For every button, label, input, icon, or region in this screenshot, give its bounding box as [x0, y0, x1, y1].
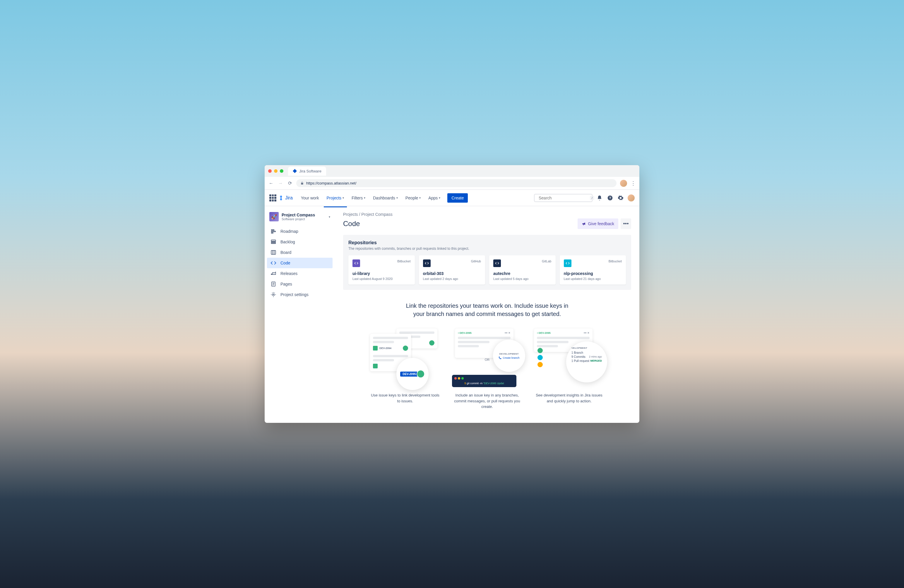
repo-provider-icon: [493, 259, 501, 267]
jira-favicon-icon: [293, 169, 297, 173]
close-window-icon[interactable]: [268, 169, 272, 173]
terminal-illustration: $ git commit -m "DEV-2095 Updat: [452, 375, 517, 387]
settings-icon[interactable]: [617, 194, 624, 201]
create-branch-detail: DEVELOPMENT Create branch: [493, 340, 525, 372]
repo-name: ui-library: [352, 271, 411, 276]
repo-provider: Bitbucket: [608, 259, 622, 263]
search-input[interactable]: [539, 196, 590, 200]
chevron-down-icon: ▾: [419, 196, 421, 199]
nav-dashboards[interactable]: Dashboards▾: [370, 193, 401, 202]
nav-projects[interactable]: Projects▾: [324, 193, 347, 202]
breadcrumb: Projects / Project Compass: [343, 212, 631, 217]
more-actions-button[interactable]: •••: [621, 218, 631, 229]
forward-button: →: [278, 181, 283, 186]
nav-apps[interactable]: Apps▾: [425, 193, 443, 202]
illustration-2-text: Include an issue key in any branches, co…: [452, 392, 522, 410]
svg-point-12: [499, 357, 500, 357]
project-selector[interactable]: 🚀 Project Compass Software project ▾: [267, 212, 333, 226]
search-box[interactable]: /: [534, 194, 593, 202]
app-switcher-icon[interactable]: [269, 194, 277, 201]
svg-rect-9: [271, 250, 276, 254]
svg-text:?: ?: [609, 196, 611, 200]
browser-profile-avatar[interactable]: [620, 180, 627, 187]
hero-message: Link the repositories your teams work on…: [402, 302, 572, 318]
nav-your-work[interactable]: Your work: [298, 193, 322, 202]
nav-people[interactable]: People▾: [403, 193, 424, 202]
product-name: Jira: [285, 195, 293, 201]
reload-button[interactable]: ⟳: [287, 180, 293, 186]
minimize-window-icon[interactable]: [274, 169, 278, 173]
maximize-window-icon[interactable]: [280, 169, 283, 173]
svg-rect-6: [271, 240, 276, 241]
repos-subtitle: The repositories with commits, branches …: [348, 247, 626, 251]
svg-rect-5: [271, 232, 273, 233]
svg-point-11: [273, 294, 274, 296]
search-shortcut: /: [590, 196, 594, 200]
jira-logo[interactable]: Jira: [278, 195, 293, 201]
onboarding-illustrations: DEV-2094 DEV-2095 Use issue keys to link…: [343, 329, 631, 410]
chevron-down-icon: ▾: [397, 196, 398, 199]
window-controls[interactable]: [268, 169, 283, 173]
url-text: https://compass.atlassian.net/: [306, 181, 356, 185]
illustration-2: ▪ DEV-2095••• ✕ DEVELOPMENT Create branc…: [452, 329, 522, 410]
repo-card[interactable]: GitLabautechreLast updated 5 days ago: [489, 255, 556, 285]
back-button[interactable]: ←: [268, 181, 274, 186]
repo-updated: Last updated 5 days ago: [493, 277, 552, 281]
repo-updated: Last updated 21 days ago: [564, 277, 622, 281]
sidebar-item-releases[interactable]: Releases: [267, 268, 333, 279]
repo-card[interactable]: Bitbucketnlp-processingLast updated 21 d…: [560, 255, 626, 285]
lock-icon: [300, 182, 304, 185]
sidebar-item-backlog[interactable]: Backlog: [267, 237, 333, 247]
svg-rect-7: [271, 242, 276, 242]
pages-icon: [270, 281, 277, 287]
backlog-icon: [270, 239, 277, 245]
repo-name: orbital-303: [423, 271, 481, 276]
repositories-panel: Repositories The repositories with commi…: [343, 235, 631, 290]
dev-insights-detail: VELOPMENT 1 Branch 9 Commits2 mins ago 1…: [566, 341, 607, 383]
address-bar[interactable]: https://compass.atlassian.net/: [296, 179, 616, 187]
gear-icon: [270, 292, 277, 297]
repo-updated: Last updated 2 days ago: [423, 277, 481, 281]
repo-card[interactable]: Bitbucketui-libraryLast updated August 9…: [348, 255, 415, 285]
main-content: Projects / Project Compass Code Give fee…: [335, 206, 639, 423]
illustration-1: DEV-2094 DEV-2095 Use issue keys to link…: [370, 329, 440, 410]
chevron-down-icon: ▾: [343, 196, 344, 199]
user-avatar[interactable]: [627, 194, 635, 201]
nav-filters[interactable]: Filters▾: [349, 193, 368, 202]
sidebar-item-code[interactable]: Code: [267, 258, 333, 268]
repo-card[interactable]: GitHuborbital-303Last updated 2 days ago: [419, 255, 485, 285]
project-name: Project Compass: [281, 213, 315, 217]
browser-tab[interactable]: Jira Software: [288, 167, 326, 176]
browser-window: Jira Software ← → ⟳ https://compass.atla…: [265, 165, 639, 423]
sidebar-item-board[interactable]: Board: [267, 247, 333, 258]
give-feedback-button[interactable]: Give feedback: [578, 218, 619, 229]
project-icon: 🚀: [269, 212, 279, 221]
browser-toolbar: ← → ⟳ https://compass.atlassian.net/ ⋮: [265, 177, 639, 190]
chevron-down-icon: ▾: [329, 215, 330, 218]
sidebar-item-pages[interactable]: Pages: [267, 279, 333, 289]
repo-provider-icon: [352, 259, 360, 267]
repo-updated: Last updated August 9 2020: [352, 277, 411, 281]
repo-provider: GitLab: [542, 259, 551, 263]
sidebar-item-roadmap[interactable]: Roadmap: [267, 226, 333, 237]
jira-logo-icon: [278, 195, 284, 201]
sidebar-item-settings[interactable]: Project settings: [267, 289, 333, 300]
repos-heading: Repositories: [348, 240, 626, 245]
breadcrumb-root[interactable]: Projects: [343, 212, 358, 217]
page-title: Code: [343, 220, 360, 228]
notifications-icon[interactable]: [596, 194, 603, 201]
create-button[interactable]: Create: [447, 193, 468, 202]
illustration-3-text: See development insights in Jira issues …: [534, 392, 604, 404]
project-type: Software project: [281, 217, 315, 221]
browser-menu-icon[interactable]: ⋮: [631, 180, 636, 187]
chevron-down-icon: ▾: [439, 196, 440, 199]
help-icon[interactable]: ?: [607, 194, 613, 201]
chevron-down-icon: ▾: [364, 196, 365, 199]
illustration-3: ▪ DEV-2095••• ✕ VELOPMENT 1 Branch 9 Com…: [534, 329, 604, 410]
svg-rect-4: [271, 231, 276, 232]
breadcrumb-current: Project Compass: [361, 212, 393, 217]
releases-icon: [270, 270, 277, 277]
board-icon: [270, 250, 277, 255]
megaphone-icon: [582, 221, 586, 226]
svg-point-13: [501, 358, 501, 359]
